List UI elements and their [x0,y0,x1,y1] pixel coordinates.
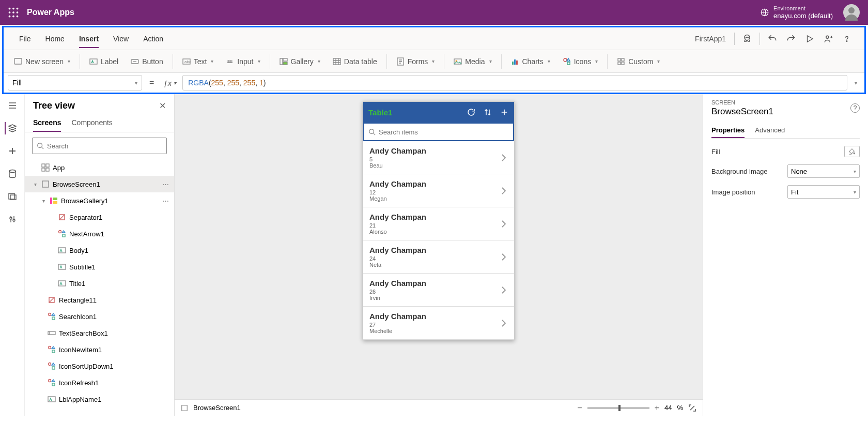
menu-file[interactable]: File [12,27,38,50]
input-button[interactable]: Input ▾ [221,52,265,71]
zoom-slider[interactable] [587,407,649,409]
tree-item-lblappname1[interactable]: LblAppName1 [25,391,174,407]
datatable-button[interactable]: Data table [328,52,382,71]
preview-search[interactable] [363,123,514,141]
data-icon[interactable] [6,168,19,180]
tree-view-icon[interactable] [5,122,17,134]
label-button[interactable]: Label [84,52,123,71]
undo-icon[interactable] [763,29,782,48]
tree-item-iconrefresh1[interactable]: IconRefresh1 [25,374,174,391]
media-button[interactable]: Media ▾ [448,52,497,71]
chevron-right-icon[interactable] [500,220,508,228]
icon-control-icon [48,312,56,321]
more-icon[interactable]: ⋯ [162,180,170,188]
fit-to-screen-icon[interactable] [688,404,696,412]
environment-icon[interactable] [760,8,769,17]
svg-rect-49 [53,198,57,200]
canvas[interactable]: Table1 Andy Champan 5 Beau Andy Champan … [175,94,703,416]
prop-fill-swatch[interactable] [844,146,860,157]
list-item-body: Beau [369,162,426,169]
help-icon[interactable] [838,29,856,48]
tree-item-rectangle11[interactable]: Rectangle11 [25,292,174,308]
tree-item-textsearchbox1[interactable]: TextSearchBox1 [25,325,174,341]
tab-properties[interactable]: Properties [711,123,745,138]
chevron-right-icon[interactable] [500,187,508,195]
tab-components[interactable]: Components [71,114,112,132]
tree-item-browsegallery1[interactable]: ▾ BrowseGallery1 ⋯ [25,192,174,209]
chevron-right-icon[interactable] [500,319,508,327]
list-item[interactable]: Andy Champan 24 Neta [363,240,514,274]
svg-rect-67 [48,397,55,402]
tree-item-subtitle1[interactable]: Subtitle1 [25,259,174,275]
formula-input[interactable]: RGBA(255, 255, 255, 1) [182,75,847,90]
tree-item-searchicon1[interactable]: SearchIcon1 [25,308,174,325]
environment-picker[interactable]: Environment enayu.com (default) [773,5,833,20]
prop-bgimage-select[interactable]: None ▾ [787,164,860,178]
tree-item-separator1[interactable]: Separator1 [25,209,174,225]
hamburger-icon[interactable] [6,99,19,112]
text-button[interactable]: abc Text ▾ [177,52,219,71]
preview-list: Andy Champan 5 Beau Andy Champan 12 Mega… [363,141,514,340]
icons-button[interactable]: Icons ▾ [557,52,603,71]
app-name[interactable]: FirstApp1 [695,35,726,43]
forms-button[interactable]: Forms ▾ [391,52,440,71]
label-icon [48,395,56,403]
zoom-out-icon[interactable]: − [577,403,582,413]
caret-down-icon[interactable]: ▾ [32,182,38,187]
charts-button[interactable]: Charts ▾ [506,52,555,71]
tree-search[interactable] [32,138,167,154]
tree-item-body1[interactable]: Body1 [25,242,174,259]
new-screen-button[interactable]: New screen ▾ [9,52,75,71]
property-selector[interactable]: Fill ▾ [8,75,142,90]
status-bar: BrowseScreen1 − + 44 % [175,399,703,416]
menu-insert[interactable]: Insert [72,27,106,50]
list-item[interactable]: Andy Champan 26 Irvin [363,274,514,307]
chevron-down-icon: ▾ [318,58,320,64]
preview-search-input[interactable] [379,128,509,136]
help-icon[interactable]: ? [850,103,860,113]
tab-screens[interactable]: Screens [33,114,61,132]
tree-item-iconsortupdown1[interactable]: IconSortUpDown1 [25,358,174,374]
formula-expand-icon[interactable]: ▾ [851,80,860,86]
media-panel-icon[interactable] [6,190,19,203]
refresh-icon[interactable] [467,108,476,117]
insert-icon[interactable] [6,145,19,157]
list-item[interactable]: Andy Champan 27 Mechelle [363,307,514,340]
list-item[interactable]: Andy Champan 21 Alonso [363,207,514,240]
tree-item-iconnewitem1[interactable]: IconNewItem1 [25,341,174,358]
chevron-right-icon[interactable] [500,286,508,294]
more-icon[interactable]: ⋯ [162,197,170,205]
prop-imgpos-select[interactable]: Fit ▾ [787,185,860,199]
svg-rect-54 [58,248,66,253]
tree-search-input[interactable] [47,142,162,150]
app-checker-icon[interactable] [738,29,756,48]
menu-view[interactable]: View [106,27,136,50]
tree-item-title1[interactable]: Title1 [25,275,174,292]
custom-button[interactable]: Custom ▾ [612,52,665,71]
close-icon[interactable]: ✕ [159,101,166,111]
list-item[interactable]: Andy Champan 5 Beau [363,141,514,174]
tab-advanced[interactable]: Advanced [755,123,785,138]
button-button[interactable]: Button [126,52,168,71]
play-icon[interactable] [800,29,819,48]
list-item[interactable]: Andy Champan 12 Megan [363,174,514,207]
fx-label[interactable]: ƒx▾ [161,79,178,87]
zoom-in-icon[interactable]: + [655,403,659,413]
tree-app-node[interactable]: App [25,159,174,176]
sort-icon[interactable] [483,108,492,117]
redo-icon[interactable] [782,29,800,48]
chevron-right-icon[interactable] [500,154,508,162]
menu-action[interactable]: Action [136,27,171,50]
share-icon[interactable] [819,29,838,48]
menu-home[interactable]: Home [38,27,72,50]
gallery-button[interactable]: Gallery ▾ [274,52,326,71]
user-avatar[interactable] [843,4,860,21]
advanced-tools-icon[interactable] [6,213,19,225]
status-screen-name: BrowseScreen1 [193,404,241,412]
tree-item-nextarrow1[interactable]: NextArrow1 [25,225,174,242]
waffle-icon[interactable] [8,7,19,18]
caret-down-icon[interactable]: ▾ [40,198,47,204]
add-icon[interactable] [500,108,509,117]
chevron-right-icon[interactable] [500,253,508,261]
tree-item-browsescreen1[interactable]: ▾ BrowseScreen1 ⋯ [25,176,174,192]
